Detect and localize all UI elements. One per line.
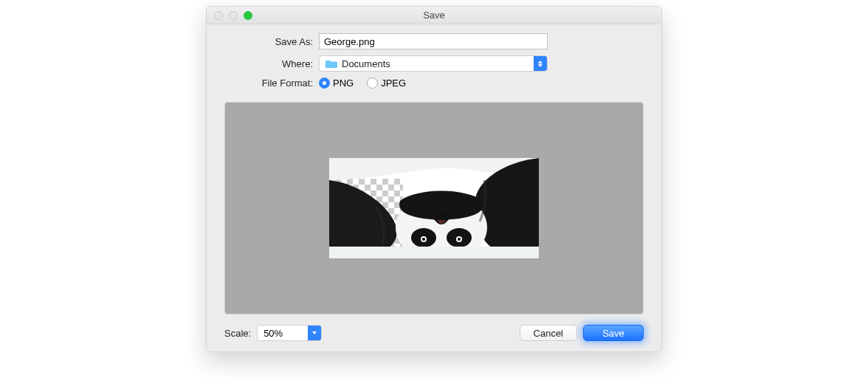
- zoom-window-icon[interactable]: [244, 11, 252, 20]
- form-area: Save As: Where: Documents File Format:: [207, 24, 661, 100]
- preview-floor: [329, 247, 539, 258]
- where-label: Where:: [224, 58, 319, 69]
- radio-jpeg[interactable]: JPEG: [367, 78, 406, 89]
- save-as-input[interactable]: [319, 33, 548, 49]
- cancel-button[interactable]: Cancel: [520, 325, 577, 341]
- scale-select[interactable]: 50%: [257, 325, 322, 341]
- folder-icon: [326, 59, 337, 68]
- where-select[interactable]: Documents: [319, 55, 548, 72]
- preview-area: [224, 102, 644, 314]
- minimize-window-icon[interactable]: [229, 11, 238, 20]
- radio-jpeg-label: JPEG: [381, 78, 406, 89]
- bottom-bar: Scale: 50% Cancel Save: [207, 320, 661, 351]
- titlebar: Save: [207, 7, 661, 24]
- window-controls: [214, 11, 252, 20]
- radio-selected-icon: [319, 78, 330, 89]
- radio-unselected-icon: [367, 78, 378, 89]
- panda-illustration: [329, 158, 539, 258]
- radio-png-label: PNG: [333, 78, 354, 89]
- window-title: Save: [207, 10, 661, 21]
- save-button[interactable]: Save: [583, 325, 644, 341]
- save-dialog: Save Save As: Where: Documents File Form…: [206, 6, 662, 352]
- svg-point-5: [422, 238, 425, 241]
- preview-image: [329, 158, 539, 258]
- file-format-group: PNG JPEG: [319, 78, 406, 89]
- save-as-label: Save As:: [224, 36, 319, 47]
- scale-value: 50%: [264, 328, 283, 339]
- where-value: Documents: [342, 58, 534, 69]
- file-format-label: File Format:: [224, 78, 319, 89]
- scale-label: Scale:: [224, 328, 251, 339]
- svg-point-6: [458, 238, 461, 241]
- chevron-down-icon: [308, 326, 321, 340]
- radio-png[interactable]: PNG: [319, 78, 354, 89]
- chevron-updown-icon: [534, 56, 547, 71]
- close-window-icon[interactable]: [214, 11, 223, 20]
